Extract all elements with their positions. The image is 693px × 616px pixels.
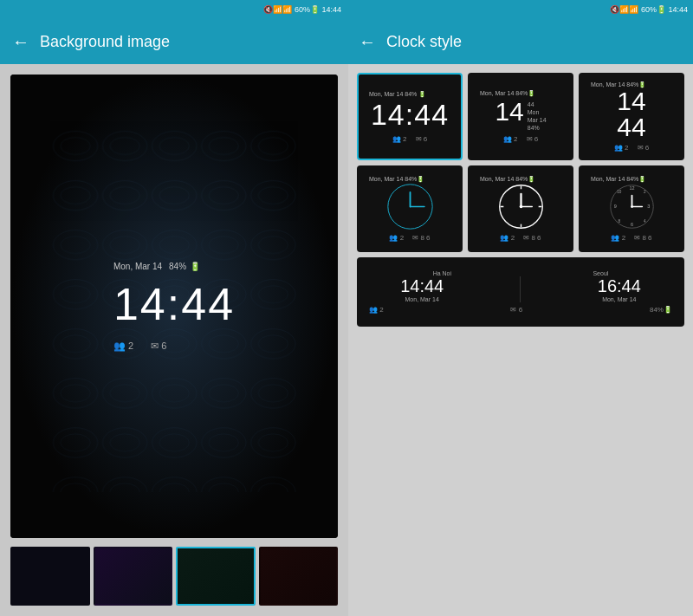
svg-point-13 (519, 205, 522, 209)
clock7-date2: Mon, Mar 14 (598, 296, 641, 302)
clock7-cities: Ha Noi Seoul (362, 270, 679, 276)
clock2-calls: 👥 2 (503, 135, 518, 143)
clock6-analog: 12 3 6 9 2 10 4 8 (608, 183, 656, 230)
svg-point-25 (631, 205, 633, 208)
thumbnail-1[interactable] (10, 547, 90, 606)
clock4-calls: 👥 2 (389, 234, 404, 242)
clock7-times: 14:44 Mon, Mar 14 16:44 Mon, Mar 14 (362, 276, 679, 302)
phone-preview: Mon, Mar 14 84% 🔋 14:44 👥 2 ✉ 6 (10, 75, 338, 538)
clock7-separator (520, 276, 521, 302)
battery-icon: 🔋 (190, 262, 200, 271)
clock7-calls: 👥 2 (369, 306, 384, 314)
clock6-calls: 👥 2 (611, 234, 625, 242)
clock6-icons: 👥 2 ✉ 8 6 (611, 234, 651, 242)
clock2-msgs: ✉ 6 (527, 135, 539, 143)
clock1-icons: 👥 2 ✉ 6 (392, 135, 427, 143)
clock3-calls: 👥 2 (614, 144, 629, 152)
left-app-bar: ← Background image (0, 19, 346, 64)
left-status-icons: 🔇📶📶 60%🔋 14:44 (263, 5, 341, 14)
calls-icon: 👥 2 (113, 340, 133, 352)
clock7-time2-item: 16:44 Mon, Mar 14 (598, 276, 641, 302)
battery-icon: 🔋 (418, 91, 426, 98)
clock7-city1: Ha Noi (433, 270, 451, 276)
clock5-icons: 👥 2 ✉ 8 6 (500, 234, 541, 242)
left-screen-title: Background image (40, 33, 170, 51)
clock2-date: Mon, Mar 14 84%🔋 (480, 90, 535, 97)
clock6-svg: 12 3 6 9 2 10 4 8 (608, 183, 656, 230)
left-status-bar: 🔇📶📶 60%🔋 14:44 (0, 0, 346, 19)
clock7-battery: 84%🔋 (650, 306, 672, 314)
clock6-date: Mon, Mar 14 84%🔋 (591, 176, 646, 183)
clock5-svg (497, 183, 545, 230)
background-thumbnail-strip (10, 547, 338, 606)
svg-text:6: 6 (630, 222, 632, 227)
clock4-svg (386, 183, 434, 230)
clock7-city2: Seoul (593, 270, 608, 276)
clock-style-6[interactable]: Mon, Mar 14 84%🔋 12 3 6 9 2 10 4 8 (579, 165, 684, 252)
clock7-msgs: ✉ 6 (510, 306, 522, 314)
right-app-bar: ← Clock style (346, 19, 693, 64)
right-screen-title: Clock style (386, 33, 462, 51)
clock5-date: Mon, Mar 14 84%🔋 (480, 176, 535, 183)
clock3-icons: 👥 2 ✉ 6 (614, 144, 649, 152)
clock4-icons: 👥 2 ✉ 8 6 (389, 234, 430, 242)
clock1-msgs: ✉ 6 (416, 135, 428, 143)
clock3-minutes: 44 (617, 114, 645, 140)
clock2-icons: 👥 2 ✉ 6 (503, 135, 538, 143)
clock2-hours: 14 (495, 97, 523, 126)
svg-text:8: 8 (618, 219, 620, 224)
clock-style-3[interactable]: Mon, Mar 14 84%🔋 14 44 👥 2 ✉ 6 (579, 73, 684, 160)
right-status-icons: 🔇📶📶 60%🔋 14:44 (610, 5, 688, 14)
clock1-calls: 👥 2 (392, 135, 407, 143)
clock-style-grid: Mon, Mar 14 84% 🔋 14:44 👥 2 ✉ 6 Mon, Mar… (357, 73, 684, 252)
left-back-button[interactable]: ← (12, 32, 29, 52)
clock-style-2[interactable]: Mon, Mar 14 84%🔋 14 44 Mon Mar 14 84% 👥 … (468, 73, 573, 160)
clock-style-panel: Mon, Mar 14 84% 🔋 14:44 👥 2 ✉ 6 Mon, Mar… (348, 64, 693, 616)
clock-style-7[interactable]: Ha Noi Seoul 14:44 Mon, Mar 14 16:44 Mon… (357, 257, 684, 327)
dual-app-bar: ← Background image ← Clock style (0, 19, 693, 64)
clock7-bottom: 👥 2 ✉ 6 84%🔋 (362, 306, 679, 314)
clock-style-5[interactable]: Mon, Mar 14 84%🔋 (468, 165, 573, 252)
clock6-msgs: ✉ 8 6 (634, 234, 651, 242)
clock5-analog (497, 183, 545, 230)
background-image-panel: Mon, Mar 14 84% 🔋 14:44 👥 2 ✉ 6 (0, 64, 348, 616)
clock-style-4[interactable]: Mon, Mar 14 84%🔋 👥 2 ✉ 8 6 (357, 165, 463, 252)
thumbnail-3[interactable] (176, 547, 256, 606)
dual-status-bar: 🔇📶📶 60%🔋 14:44 🔇📶📶 60%🔋 14:44 (0, 0, 693, 19)
clock7-date1: Mon, Mar 14 (400, 296, 444, 302)
preview-time: 14:44 (113, 278, 235, 330)
svg-text:3: 3 (647, 204, 650, 209)
svg-text:12: 12 (629, 185, 634, 191)
clock1-time: 14:44 (371, 98, 449, 132)
clock1-date: Mon, Mar 14 84% 🔋 (369, 91, 426, 98)
clock4-date: Mon, Mar 14 84%🔋 (369, 176, 424, 183)
clock7-time1: 14:44 (400, 276, 444, 296)
right-status-bar: 🔇📶📶 60%🔋 14:44 (346, 0, 693, 19)
preview-notification-icons: 👥 2 ✉ 6 (113, 340, 235, 352)
svg-text:10: 10 (617, 190, 622, 194)
clock3-hours: 14 (617, 88, 645, 114)
clock2-side: 44 Mon Mar 14 84% (528, 101, 547, 132)
preview-date: Mon, Mar 14 84% 🔋 (113, 262, 235, 271)
clock5-calls: 👥 2 (500, 234, 515, 242)
right-status-icons-text: 🔇📶📶 60%🔋 14:44 (610, 5, 688, 14)
thumbnail-2[interactable] (94, 547, 173, 606)
clock7-time1-item: 14:44 Mon, Mar 14 (400, 276, 444, 302)
main-panels: Mon, Mar 14 84% 🔋 14:44 👥 2 ✉ 6 (0, 64, 693, 616)
clock7-time2: 16:44 (598, 276, 641, 296)
clock2-time-area: 14 44 Mon Mar 14 84% (495, 97, 546, 132)
clock4-msgs: ✉ 8 6 (412, 234, 430, 242)
right-back-button[interactable]: ← (359, 32, 376, 52)
clock-style-1[interactable]: Mon, Mar 14 84% 🔋 14:44 👥 2 ✉ 6 (357, 73, 463, 160)
clock4-analog (386, 183, 434, 230)
messages-icon: ✉ 6 (151, 340, 166, 352)
clock5-msgs: ✉ 8 6 (523, 234, 541, 242)
clock3-time: 14 44 (617, 88, 645, 140)
svg-text:9: 9 (613, 204, 616, 209)
preview-content: Mon, Mar 14 84% 🔋 14:44 👥 2 ✉ 6 (113, 262, 235, 352)
thumbnail-4[interactable] (259, 547, 339, 606)
clock3-msgs: ✉ 6 (638, 144, 650, 152)
left-status-icons-text: 🔇📶📶 60%🔋 14:44 (263, 5, 341, 14)
